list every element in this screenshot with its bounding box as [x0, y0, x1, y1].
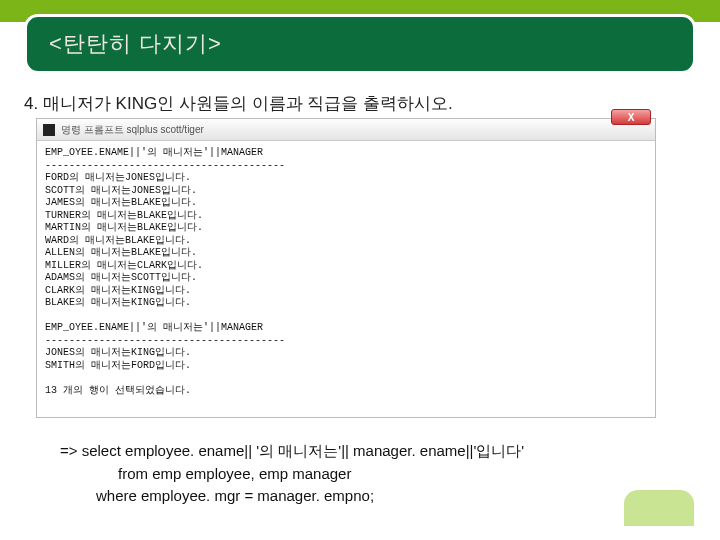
terminal-body: EMP_OYEE.ENAME||'의 매니저는'||MANAGER ------…	[37, 141, 655, 417]
slide: <탄탄히 다지기> 4. 매니저가 KING인 사원들의 이름과 직급을 출력하…	[0, 0, 720, 540]
terminal-title: 명령 프롬프트 sqlplus scott/tiger	[61, 123, 204, 137]
answer-line-3: where employee. mgr = manager. empno;	[60, 485, 690, 508]
question-text: 4. 매니저가 KING인 사원들의 이름과 직급을 출력하시오.	[24, 92, 696, 115]
terminal-titlebar: 명령 프롬프트 sqlplus scott/tiger	[37, 119, 655, 141]
title-text: <탄탄히 다지기>	[49, 29, 222, 59]
answer-line-1: => select employee. ename|| '의 매니저는'|| m…	[60, 440, 690, 463]
terminal-window: X 명령 프롬프트 sqlplus scott/tiger EMP_OYEE.E…	[36, 118, 656, 418]
answer-line-2: from emp employee, emp manager	[60, 463, 690, 486]
title-box: <탄탄히 다지기>	[24, 14, 696, 74]
answer-block: => select employee. ename|| '의 매니저는'|| m…	[60, 440, 690, 508]
terminal-icon	[43, 124, 55, 136]
close-icon[interactable]: X	[611, 109, 651, 125]
bottom-accent	[624, 490, 694, 526]
